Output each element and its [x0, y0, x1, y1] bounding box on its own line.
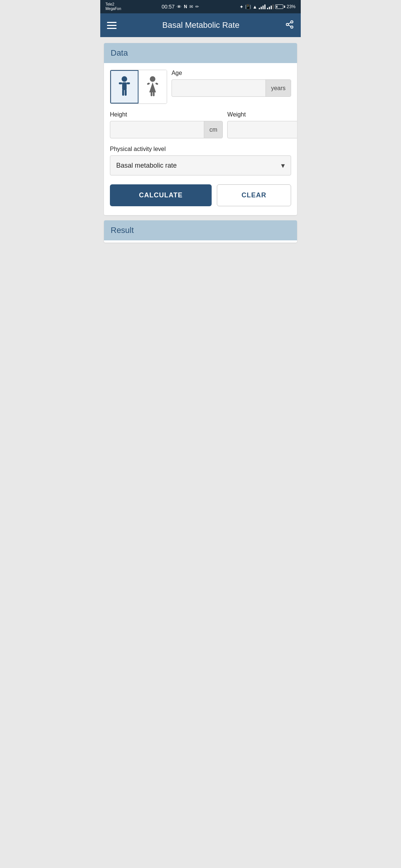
weight-input-wrapper: kg	[227, 121, 297, 138]
edit-icon: ✏	[195, 4, 199, 9]
svg-rect-8	[127, 82, 130, 84]
carrier-info: Tele2 MegaFon	[105, 2, 121, 11]
height-weight-row: Height cm Weight kg	[110, 111, 291, 138]
gender-selector	[110, 70, 167, 104]
status-bar: Tele2 MegaFon 00:57 👁 N ✉ ✏ ✦ 📳 ▲	[100, 0, 301, 13]
battery-indicator	[275, 4, 285, 9]
female-gender-button[interactable]	[138, 70, 167, 103]
vibrate-icon: 📳	[245, 4, 251, 10]
svg-rect-15	[151, 92, 153, 96]
action-buttons: CALCULATE CLEAR	[110, 184, 291, 206]
svg-rect-9	[122, 90, 124, 96]
svg-rect-10	[125, 90, 127, 96]
result-card-header: Result	[104, 220, 297, 240]
activity-dropdown[interactable]: Basal metabolic rate ▾	[110, 155, 291, 175]
svg-point-5	[122, 76, 127, 82]
signal-bars-1	[259, 4, 265, 9]
height-unit: cm	[204, 121, 222, 138]
male-gender-button[interactable]	[110, 70, 138, 103]
weight-section: Weight kg	[227, 111, 297, 138]
main-content: Data	[100, 37, 301, 868]
gender-age-row: Age years	[110, 70, 291, 104]
weight-input[interactable]	[228, 121, 297, 138]
svg-rect-6	[122, 82, 127, 90]
carrier-text2: MegaFon	[105, 7, 121, 11]
age-input-wrapper: years	[172, 79, 291, 97]
svg-point-1	[286, 23, 288, 26]
battery-percent: 23%	[287, 4, 296, 9]
data-section-title: Data	[111, 48, 128, 57]
toolbar-title: Basal Metabolic Rate	[124, 20, 278, 30]
share-button[interactable]	[285, 20, 294, 30]
height-section: Height cm	[110, 111, 223, 138]
svg-rect-14	[155, 82, 159, 85]
signal-bars-2	[267, 4, 274, 9]
toolbar: Basal Metabolic Rate	[100, 13, 301, 37]
svg-rect-13	[147, 82, 150, 85]
data-card: Data	[104, 43, 297, 215]
svg-line-4	[288, 23, 291, 24]
carrier-text: Tele2	[105, 2, 121, 7]
height-input[interactable]	[110, 121, 204, 138]
wifi-icon: ▲	[252, 4, 257, 10]
mail-icon: ✉	[189, 4, 193, 9]
data-card-body: Age years Height cm	[104, 63, 297, 215]
bluetooth-icon: ✦	[239, 4, 244, 10]
status-time: 00:57	[162, 4, 175, 10]
n-icon: N	[184, 4, 187, 9]
eye-icon: 👁	[177, 4, 182, 10]
svg-point-11	[150, 76, 156, 82]
svg-rect-16	[153, 92, 155, 96]
result-section-title: Result	[111, 226, 134, 235]
activity-section: Physical activity level Basal metabolic …	[110, 146, 291, 175]
activity-dropdown-value: Basal metabolic rate	[116, 162, 281, 170]
height-label: Height	[110, 111, 223, 118]
age-input[interactable]	[172, 80, 265, 96]
svg-marker-12	[149, 82, 156, 92]
svg-point-2	[291, 26, 293, 28]
data-card-header: Data	[104, 43, 297, 63]
age-section: Age years	[172, 70, 291, 97]
clear-button[interactable]: CLEAR	[217, 184, 291, 206]
chevron-down-icon: ▾	[281, 161, 285, 170]
svg-rect-7	[119, 82, 122, 84]
svg-line-3	[288, 25, 291, 27]
age-unit: years	[265, 80, 291, 96]
status-right: ✦ 📳 ▲ 23%	[239, 4, 296, 10]
age-label: Age	[172, 70, 291, 76]
activity-label: Physical activity level	[110, 146, 291, 152]
menu-button[interactable]	[107, 22, 117, 29]
calculate-button[interactable]: CALCULATE	[110, 184, 212, 206]
result-card: Result	[104, 220, 297, 243]
svg-point-0	[291, 21, 293, 23]
weight-label: Weight	[227, 111, 297, 118]
height-input-wrapper: cm	[110, 121, 223, 138]
